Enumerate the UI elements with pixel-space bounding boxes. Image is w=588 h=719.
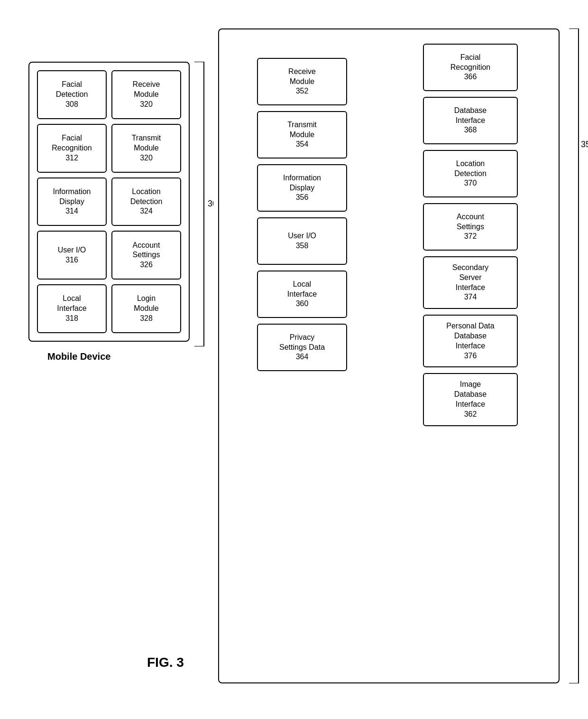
mobile-device-box: FacialDetection308 ReceiveModule320 Faci… [28, 62, 190, 342]
diagram: FacialDetection308 ReceiveModule320 Faci… [0, 0, 588, 719]
module-receive-module-352: ReceiveModule352 [257, 58, 347, 105]
module-transmit-module-320: TransmitModule320 [111, 124, 181, 173]
svg-text:350: 350 [581, 140, 588, 149]
module-secondary-server-interface-374: SecondaryServerInterface374 [423, 256, 518, 309]
module-transmit-module-354: TransmitModule354 [257, 111, 347, 159]
mobile-grid: FacialDetection308 ReceiveModule320 Faci… [29, 63, 189, 341]
right-column: FacialRecognition366 DatabaseInterface36… [423, 44, 518, 426]
module-receive-module-320: ReceiveModule320 [111, 70, 181, 119]
module-account-settings-372: AccountSettings372 [423, 203, 518, 251]
module-local-interface-360: LocalInterface360 [257, 271, 347, 318]
module-account-settings-326: AccountSettings326 [111, 231, 181, 280]
module-information-display-356: InformationDisplay356 [257, 164, 347, 212]
module-location-detection-324: LocationDetection324 [111, 177, 181, 226]
server-box: ReceiveModule352 TransmitModule354 Infor… [218, 28, 560, 683]
svg-text:304: 304 [208, 199, 213, 208]
module-local-interface-318: LocalInterface318 [37, 284, 107, 333]
module-privacy-settings-data-364: PrivacySettings Data364 [257, 324, 347, 371]
bracket-350: 350 [564, 28, 588, 683]
module-user-io-358: User I/O358 [257, 217, 347, 265]
middle-column: ReceiveModule352 TransmitModule354 Infor… [257, 58, 347, 371]
module-facial-detection-308: FacialDetection308 [37, 70, 107, 119]
fig-label: FIG. 3 [147, 655, 184, 670]
module-facial-recognition-312: FacialRecognition312 [37, 124, 107, 173]
bracket-304: 304 [185, 62, 213, 346]
mobile-device-label: Mobile Device [47, 351, 110, 362]
module-personal-data-database-interface-376: Personal DataDatabaseInterface376 [423, 315, 518, 367]
module-location-detection-370: LocationDetection370 [423, 150, 518, 197]
module-facial-recognition-366: FacialRecognition366 [423, 44, 518, 91]
module-image-database-interface-362: ImageDatabaseInterface362 [423, 373, 518, 426]
module-login-module-328: LoginModule328 [111, 284, 181, 333]
module-database-interface-368: DatabaseInterface368 [423, 97, 518, 144]
module-information-display-314: InformationDisplay314 [37, 177, 107, 226]
module-user-io-316: User I/O316 [37, 231, 107, 280]
